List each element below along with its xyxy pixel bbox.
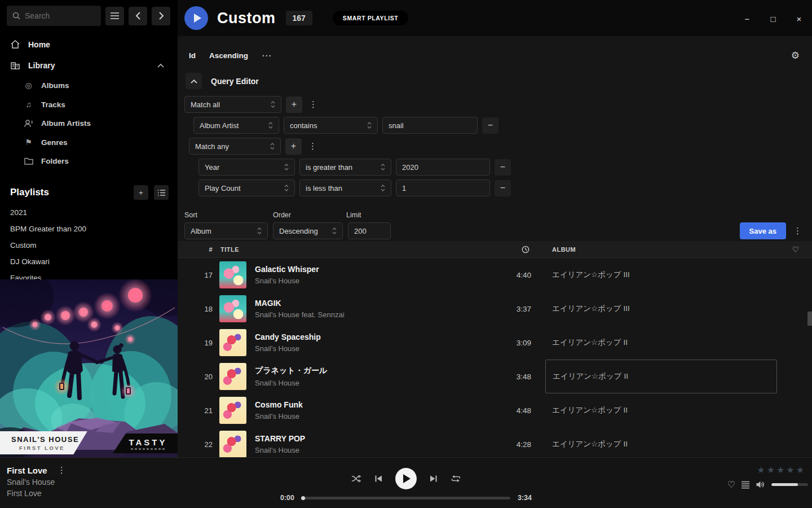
star-icon[interactable]: ★ (767, 465, 775, 475)
playlist-item[interactable]: BPM Greater than 200 (0, 221, 178, 237)
table-row[interactable]: 20 プラネット・ガール Snail's House 3:48 エイリアン☆ポッ… (178, 360, 812, 393)
query-editor-title: Query Editor (211, 77, 259, 86)
remove-rule-button[interactable]: − (495, 159, 511, 176)
search-input[interactable] (25, 11, 87, 20)
chevron-left-icon (135, 12, 141, 20)
order-select[interactable]: Descending (273, 222, 343, 239)
save-as-button[interactable]: Save as (740, 222, 786, 239)
remove-rule-button[interactable]: − (495, 180, 511, 196)
volume-slider[interactable] (771, 483, 808, 486)
table-row[interactable]: 17 Galactic Whisper Snail's House 4:40 エ… (178, 258, 812, 292)
limit-label: Limit (346, 211, 361, 219)
artwork-label-decoration (131, 448, 166, 450)
track-album[interactable]: エイリアン☆ポップ II (545, 393, 779, 427)
star-icon[interactable]: ★ (757, 465, 765, 475)
sort-order-button[interactable]: Ascending (209, 51, 248, 60)
rule-value-input[interactable] (382, 117, 478, 134)
playlist-item[interactable]: 2021 (0, 204, 178, 221)
duration-clock-icon[interactable] (506, 246, 545, 253)
column-number[interactable]: # (178, 246, 219, 253)
sidebar-item-genres[interactable]: ⚑ Genres (0, 133, 178, 152)
add-rule-button[interactable]: + (285, 138, 302, 155)
add-rule-button[interactable]: + (286, 97, 302, 113)
scrollbar-thumb[interactable] (807, 312, 812, 326)
sidebar-item-tracks[interactable]: ♫ Tracks (0, 95, 178, 114)
rule-field-select[interactable]: Year (198, 159, 295, 176)
limit-input[interactable] (348, 222, 391, 239)
progress-bar[interactable] (302, 497, 510, 500)
sidebar-item-folders[interactable]: Folders (0, 152, 178, 170)
favorite-heart-icon[interactable]: ♡ (779, 245, 812, 254)
match-select[interactable]: Match all (184, 96, 281, 113)
playlist-item[interactable]: DJ Okawari (0, 253, 178, 270)
sidebar-item-label: Genres (41, 138, 68, 147)
star-icon[interactable]: ★ (776, 465, 784, 475)
playlist-list-button[interactable] (154, 185, 169, 200)
rule-value-input[interactable] (396, 159, 490, 176)
column-album[interactable]: ALBUM (545, 246, 779, 253)
track-album-focused-cell[interactable]: エイリアン☆ポップ II (545, 360, 777, 393)
progress-knob[interactable] (301, 496, 305, 500)
table-row[interactable]: 21 Cosmo Funk Snail's House 4:48 エイリアン☆ポ… (178, 393, 812, 427)
track-artist[interactable]: Snail's House (255, 379, 506, 387)
volume-button[interactable] (756, 480, 766, 489)
rule-operator-select[interactable]: is less than (299, 179, 391, 196)
save-options-icon[interactable]: ⋮ (791, 226, 804, 236)
sort-field-button[interactable]: Id (189, 51, 196, 60)
track-artist[interactable]: Snail's House (255, 277, 506, 285)
gear-icon[interactable]: ⚙ (791, 50, 800, 62)
shuffle-button[interactable] (351, 474, 361, 484)
remove-rule-button[interactable]: − (482, 117, 498, 134)
sort-select[interactable]: Album (184, 222, 268, 239)
rule-operator-select[interactable]: is greater than (299, 159, 391, 176)
column-title[interactable]: TITLE (219, 246, 506, 253)
sidebar-item-album-artists[interactable]: Album Artists (0, 114, 178, 133)
add-playlist-button[interactable]: + (134, 185, 148, 200)
table-row[interactable]: 22 STARRY POP Snail's House 4:28 エイリアン☆ポ… (178, 427, 812, 457)
sidebar-item-albums[interactable]: ◎ Albums (0, 76, 178, 95)
favorite-button[interactable]: ♡ (727, 479, 735, 490)
track-artist[interactable]: Snail's House (255, 412, 506, 421)
track-album[interactable]: エイリアン☆ポップ II (545, 326, 779, 360)
repeat-button[interactable] (451, 474, 461, 483)
rule-field-select[interactable]: Play Count (198, 179, 295, 196)
rule-operator-select[interactable]: contains (284, 117, 378, 134)
search-box[interactable] (7, 6, 101, 26)
table-row[interactable]: 19 Candy Spaceship Snail's House 3:09 エイ… (178, 326, 812, 360)
sidebar-item-library[interactable]: Library (0, 55, 178, 76)
collapse-query-editor-button[interactable] (186, 73, 202, 89)
chevron-up-icon[interactable] (157, 63, 164, 68)
previous-button[interactable] (374, 474, 383, 483)
artwork-artist: SNAIL'S HOUSE (11, 435, 79, 444)
table-row[interactable]: 18 MAGIK Snail's House feat. Sennzai 3:3… (178, 292, 812, 326)
now-playing-artwork[interactable]: SNAIL'S HOUSE FIRST LOVE TASTY (0, 279, 178, 457)
star-icon[interactable]: ★ (786, 465, 794, 475)
track-album[interactable]: エイリアン☆ポップ II (545, 427, 779, 457)
next-button[interactable] (429, 474, 438, 483)
queue-button[interactable] (741, 481, 750, 489)
star-icon[interactable]: ★ (796, 465, 804, 475)
maximize-button[interactable]: □ (760, 11, 786, 26)
track-album[interactable]: エイリアン☆ポップ III (545, 292, 779, 326)
menu-button[interactable] (105, 7, 124, 25)
track-album[interactable]: エイリアン☆ポップ III (545, 258, 779, 292)
play-pause-button[interactable] (395, 468, 417, 489)
match-select[interactable]: Match any (189, 138, 281, 155)
group-options-icon[interactable]: ⋮ (307, 99, 320, 110)
back-button[interactable] (129, 7, 147, 25)
sidebar-item-home[interactable]: Home (0, 34, 178, 55)
playlist-item[interactable]: Custom (0, 237, 178, 253)
next-icon (429, 474, 438, 483)
track-artist[interactable]: Snail's House (255, 344, 506, 353)
rule-value-input[interactable] (396, 179, 490, 196)
close-button[interactable]: × (786, 11, 812, 26)
track-artist[interactable]: Snail's House feat. Sennzai (255, 310, 506, 319)
forward-button[interactable] (152, 7, 170, 25)
home-icon (10, 40, 20, 49)
more-options-icon[interactable]: ⋯ (262, 50, 272, 62)
track-artist[interactable]: Snail's House (255, 446, 506, 454)
play-playlist-button[interactable] (184, 6, 208, 30)
minimize-button[interactable]: − (734, 11, 760, 26)
rule-field-select[interactable]: Album Artist (193, 117, 279, 134)
group-options-icon[interactable]: ⋮ (306, 141, 319, 151)
